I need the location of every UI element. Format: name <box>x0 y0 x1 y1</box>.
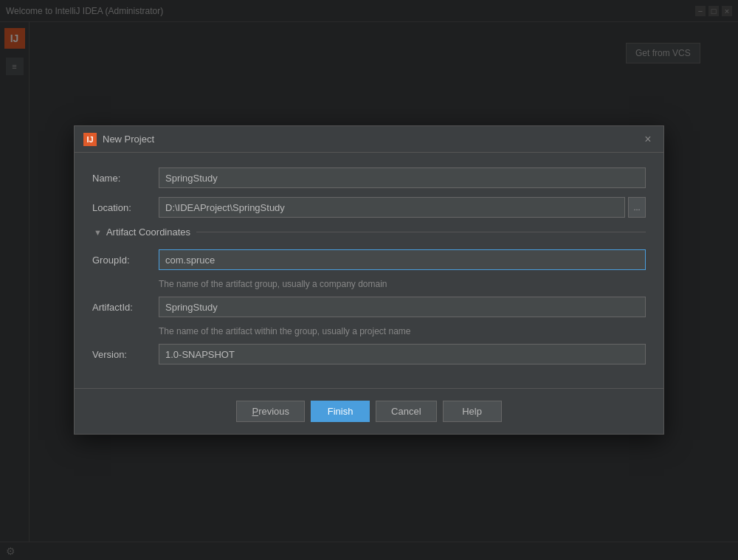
cancel-button[interactable]: Cancel <box>376 401 436 422</box>
artifact-section-header: ▼ Artifact Coordinates <box>92 227 646 238</box>
dialog-close-button[interactable]: × <box>641 133 655 146</box>
artifactid-input[interactable] <box>159 297 646 317</box>
previous-label: PPreviousrevious <box>252 406 289 417</box>
version-row: Version: <box>92 344 646 364</box>
name-row: Name: <box>92 167 646 188</box>
dialog-titlebar: IJ New Project × <box>75 126 663 153</box>
name-input[interactable] <box>159 167 646 188</box>
location-label: Location: <box>92 202 159 213</box>
artifact-section-title: Artifact Coordinates <box>106 227 190 238</box>
dialog-title-icon: IJ <box>83 133 97 146</box>
location-row: Location: ... <box>92 197 646 218</box>
groupid-input[interactable] <box>159 249 646 270</box>
name-input-wrap <box>159 167 646 188</box>
previous-button[interactable]: PPreviousrevious <box>236 401 305 422</box>
groupid-label: GroupId: <box>92 255 159 266</box>
new-project-dialog: IJ New Project × Name: Location: ... <box>74 125 664 435</box>
name-label: Name: <box>92 173 159 184</box>
previous-underline: P <box>252 406 258 417</box>
version-label: Version: <box>92 349 159 360</box>
browse-button[interactable]: ... <box>628 197 646 218</box>
section-divider <box>196 232 646 232</box>
collapse-arrow-icon: ▼ <box>94 228 102 237</box>
groupid-input-wrap <box>159 249 646 270</box>
dialog-content: Name: Location: ... ▼ <box>75 153 663 388</box>
dialog-title: New Project <box>103 134 635 145</box>
modal-overlay: IJ New Project × Name: Location: ... <box>0 0 738 560</box>
artifactid-row: ArtifactId: <box>92 297 646 317</box>
browse-icon: ... <box>633 203 640 212</box>
dialog-footer: PPreviousrevious Finish Cancel Help <box>75 388 663 434</box>
groupid-row: GroupId: <box>92 249 646 270</box>
help-button[interactable]: Help <box>443 401 502 422</box>
artifactid-label: ArtifactId: <box>92 302 159 313</box>
version-input[interactable] <box>159 344 646 364</box>
artifactid-hint: The name of the artifact within the grou… <box>159 326 646 336</box>
location-input[interactable] <box>159 197 625 218</box>
section-collapse-button[interactable]: ▼ <box>92 228 103 237</box>
artifactid-input-wrap <box>159 297 646 317</box>
location-input-wrap: ... <box>159 197 646 218</box>
finish-button[interactable]: Finish <box>311 401 370 422</box>
groupid-hint: The name of the artifact group, usually … <box>159 279 646 289</box>
version-input-wrap <box>159 344 646 364</box>
